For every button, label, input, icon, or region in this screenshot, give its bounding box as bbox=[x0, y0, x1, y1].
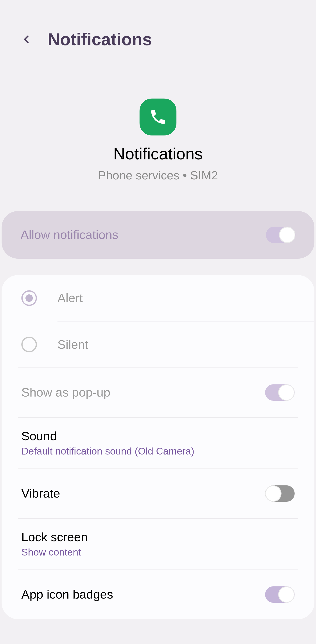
toggle-knob bbox=[279, 226, 296, 243]
silent-label: Silent bbox=[57, 338, 88, 352]
popup-label: Show as pop-up bbox=[21, 386, 110, 400]
lockscreen-group: Lock screen Show content bbox=[21, 530, 88, 558]
vibrate-label: Vibrate bbox=[21, 486, 60, 500]
sound-value: Default notification sound (Old Camera) bbox=[21, 446, 194, 457]
phone-icon bbox=[149, 108, 167, 126]
popup-toggle[interactable] bbox=[265, 384, 295, 401]
toggle-knob bbox=[278, 384, 295, 401]
alert-mode-row[interactable]: Alert bbox=[1, 275, 314, 321]
popup-row[interactable]: Show as pop-up bbox=[1, 368, 314, 417]
allow-notifications-row[interactable]: Allow notifications bbox=[1, 211, 314, 259]
settings-card: Alert Silent Show as pop-up Sound Defaul… bbox=[1, 275, 314, 619]
vibrate-toggle[interactable] bbox=[265, 485, 295, 502]
badges-label: App icon badges bbox=[21, 588, 113, 602]
badges-toggle[interactable] bbox=[265, 586, 295, 603]
allow-notifications-toggle[interactable] bbox=[266, 226, 296, 243]
app-subtitle: Phone services • SIM2 bbox=[98, 169, 218, 182]
toggle-knob bbox=[278, 586, 295, 603]
alert-label: Alert bbox=[57, 291, 83, 305]
toggle-knob bbox=[265, 485, 282, 502]
phone-app-icon bbox=[140, 98, 176, 136]
silent-radio[interactable] bbox=[21, 336, 37, 352]
back-icon[interactable] bbox=[20, 33, 33, 46]
badges-row[interactable]: App icon badges bbox=[1, 570, 314, 619]
radio-selected-dot bbox=[25, 294, 33, 302]
lockscreen-label: Lock screen bbox=[21, 530, 88, 544]
alert-radio[interactable] bbox=[21, 290, 37, 306]
app-header: Notifications Phone services • SIM2 bbox=[0, 62, 316, 211]
header: Notifications bbox=[0, 0, 316, 62]
app-title: Notifications bbox=[113, 144, 203, 163]
sound-group: Sound Default notification sound (Old Ca… bbox=[21, 429, 194, 457]
sound-row[interactable]: Sound Default notification sound (Old Ca… bbox=[1, 418, 314, 468]
allow-notifications-label: Allow notifications bbox=[21, 228, 118, 242]
lockscreen-value: Show content bbox=[21, 546, 88, 558]
page-title: Notifications bbox=[48, 30, 152, 50]
lockscreen-row[interactable]: Lock screen Show content bbox=[1, 519, 314, 570]
vibrate-row[interactable]: Vibrate bbox=[1, 469, 314, 518]
sound-label: Sound bbox=[21, 429, 194, 443]
silent-mode-row[interactable]: Silent bbox=[1, 322, 314, 367]
